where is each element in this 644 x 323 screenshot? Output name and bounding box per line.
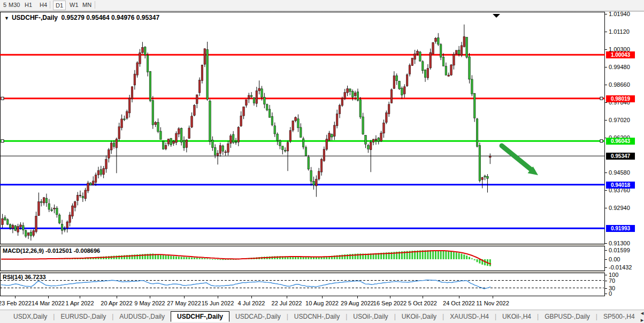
chevron-down-icon[interactable]: ▼ [4,16,9,21]
bull-candle [191,116,193,127]
timeframe-button-w1[interactable]: W1 [67,1,81,9]
macd-histogram-bar [170,256,172,259]
bull-candle [178,129,180,134]
macd-histogram-bar [173,256,174,259]
bear-candle [302,139,304,147]
rsi-line [1,280,490,289]
bull-candle [173,141,175,144]
bull-candle [481,177,484,179]
timeframe-button-d1[interactable]: D1 [53,1,66,10]
date-axis-tick [80,296,80,298]
bull-candle [461,46,463,55]
bear-candle [212,140,214,147]
bull-candle [103,169,105,175]
bull-candle [383,123,385,133]
timeframe-button-h4[interactable]: H4 [37,1,49,9]
symbol-tab-ukoilh4[interactable]: UKOil-,H4 [496,311,537,322]
timeframe-button-mn[interactable]: MN [80,1,94,9]
timeframe-button-h1[interactable]: H1 [22,1,34,9]
price-axis-tick [605,102,607,103]
macd-histogram-bar [199,258,201,259]
bear-candle [274,126,276,134]
macd-histogram-bar [479,259,480,264]
level-price-label: 0.94018 [606,182,635,189]
bull-candle [347,88,349,93]
bear-candle [421,62,424,71]
bear-candle [305,147,307,156]
symbol-tab-eurusddaily[interactable]: EURUSD-,Daily [55,311,112,322]
symbol-tab-audusddaily[interactable]: AUDUSD-,Daily [113,311,171,322]
line-handle[interactable] [600,140,603,142]
bear-candle [56,208,58,215]
macd-axis-label: 0.01599 [609,247,630,253]
rsi-chart[interactable] [0,273,605,296]
bull-candle [194,106,196,116]
tab-scroll-arrows[interactable]: ◂ ▸ [641,310,644,323]
price-axis[interactable]: 1.019401.011201.003000.994800.986600.978… [605,12,644,296]
symbol-tab-ukoildaily[interactable]: UKOil-,Daily [396,311,442,322]
bear-candle [45,198,48,203]
bear-candle [473,93,476,118]
symbol-tab-gbpusddaily[interactable]: GBPUSD-,Daily [539,311,596,322]
chart-shift-marker-icon[interactable] [493,14,500,18]
bull-candle [289,131,292,141]
bear-candle [51,210,53,211]
bull-candle [121,119,123,128]
symbol-tab-usdxdaily[interactable]: USDX,Daily [7,311,53,322]
bear-candle [401,88,403,95]
symbol-tab-usdcnhdaily[interactable]: USDCNH-,Daily [288,311,346,322]
bear-candle [487,176,489,178]
date-axis-label: 9 May 2022 [134,300,165,306]
date-axis[interactable]: 23 Feb 202214 Mar 20221 Apr 202220 Apr 2… [0,296,605,310]
date-axis-tick [150,296,150,298]
macd-histogram-bar [214,259,216,260]
bull-candle [110,143,112,150]
macd-axis-tick [605,250,607,251]
bull-candle [344,92,346,98]
symbol-tab-xauusdh4[interactable]: XAUUSD-,H4 [444,311,495,322]
bull-candle [217,153,219,156]
bear-candle [442,57,444,66]
line-handle[interactable] [600,97,603,100]
bull-candle [66,222,68,228]
trend-arrow[interactable] [502,146,533,171]
bull-candle [2,219,4,224]
macd-histogram-bar [461,254,462,259]
rsi-axis-tick [605,294,607,294]
price-axis-tick [605,32,607,32]
bear-candle [113,143,115,147]
date-axis-label: 20 Apr 2022 [101,300,132,306]
bull-candle [328,133,331,141]
macd-histogram-bar [463,254,465,259]
rsi-axis-tick [605,275,607,275]
symbol-tab-usoildaily[interactable]: USOil-,Daily [347,311,394,322]
macd-histogram-bar [430,250,431,259]
macd-histogram-bar [209,259,211,259]
timeframe-toolbar: 5M30H1H4D1W1MN [0,0,644,11]
bear-candle [282,146,284,150]
bull-candle [432,42,434,54]
date-axis-label: 14 Mar 2022 [32,300,65,306]
macd-histogram-bar [450,252,452,259]
bull-candle [131,87,133,99]
bull-candle [326,139,328,149]
symbol-tab-sp500h4[interactable]: SP500-,H4 [597,311,641,322]
candlestick-chart[interactable] [0,12,605,244]
bull-candle [79,195,81,196]
bull-candle [417,51,419,54]
symbol-tab-usdcaddaily[interactable]: USDCAD-,Daily [229,311,287,322]
rsi-axis-tick [605,288,607,289]
line-handle[interactable] [1,97,4,100]
timeframe-button-m30[interactable]: M30 [6,1,22,9]
bull-candle [97,170,99,175]
bull-candle [323,149,325,161]
date-axis-tick [184,296,185,298]
symbol-tab-usdchfdaily[interactable]: USDCHF-,Daily [171,311,229,322]
bear-candle [214,148,216,155]
macd-histogram-bar [206,259,208,259]
macd-histogram-bar [183,257,185,259]
date-axis-tick [15,296,16,298]
bear-candle [149,72,151,101]
bull-candle [118,127,120,139]
line-handle[interactable] [1,140,4,142]
